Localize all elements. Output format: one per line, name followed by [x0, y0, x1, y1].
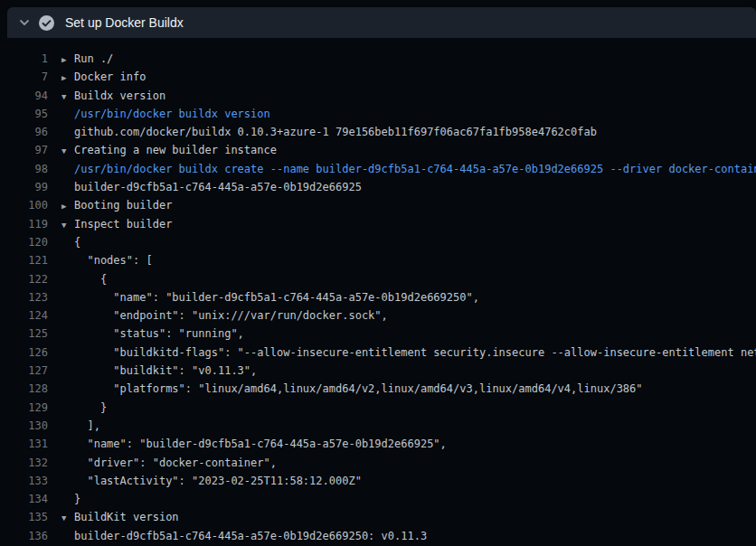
log-output-text: } — [61, 490, 80, 508]
line-number[interactable]: 126 — [0, 344, 48, 362]
log-row: 126 "buildkitd-flags": "--allow-insecure… — [0, 344, 756, 362]
log-row: 121 "nodes": [ — [0, 251, 756, 269]
log-group-title[interactable]: Inspect builder — [74, 218, 172, 231]
log-group-row[interactable]: ▶Booting builder — [61, 196, 172, 214]
line-number[interactable]: 97 — [0, 141, 48, 159]
line-number[interactable]: 131 — [0, 435, 48, 453]
step-header[interactable]: Set up Docker Buildx — [7, 7, 756, 38]
line-number[interactable]: 130 — [0, 417, 48, 435]
step-title: Set up Docker Buildx — [65, 15, 184, 30]
line-number[interactable]: 135 — [0, 508, 48, 526]
log-row: 132 "driver": "docker-container", — [0, 454, 756, 472]
log-row: 1▶Run ./ — [0, 50, 756, 68]
triangle-down-icon[interactable]: ▼ — [61, 509, 74, 526]
log-output-text: "endpoint": "unix:///var/run/docker.sock… — [61, 306, 388, 325]
line-number[interactable]: 95 — [0, 105, 48, 123]
log-output-text: "driver": "docker-container", — [61, 454, 277, 472]
log-row: 122 { — [0, 270, 756, 288]
log-output-text: builder-d9cfb5a1-c764-445a-a57e-0b19d2e6… — [61, 527, 427, 545]
log-row: 97▼Creating a new builder instance — [0, 141, 756, 159]
log-output-text: "platforms": "linux/amd64,linux/amd64/v2… — [61, 380, 643, 398]
log-group-row[interactable]: ▼BuildKit version — [61, 508, 179, 526]
log-command-text: /usr/bin/docker buildx version — [61, 105, 270, 123]
log-group-title[interactable]: Run ./ — [74, 52, 113, 65]
triangle-right-icon[interactable]: ▶ — [61, 51, 74, 68]
log-group-row[interactable]: ▼Creating a new builder instance — [61, 141, 277, 159]
line-number[interactable]: 128 — [0, 380, 48, 398]
line-number[interactable]: 129 — [0, 399, 48, 417]
triangle-down-icon[interactable]: ▼ — [61, 88, 74, 105]
line-number[interactable]: 94 — [0, 87, 48, 105]
line-number[interactable]: 127 — [0, 362, 48, 380]
log-row: 125 "status": "running", — [0, 325, 756, 343]
log-row: 100▶Booting builder — [0, 196, 756, 214]
log-row: 7▶Docker info — [0, 68, 756, 86]
log-output-text: "lastActivity": "2023-02-25T11:58:12.000… — [61, 472, 362, 490]
log-group-title[interactable]: Booting builder — [74, 199, 172, 212]
line-number[interactable]: 98 — [0, 160, 48, 178]
log-row: 123 "name": "builder-d9cfb5a1-c764-445a-… — [0, 288, 756, 306]
log-group-row[interactable]: ▼Inspect builder — [61, 215, 172, 233]
triangle-right-icon[interactable]: ▶ — [61, 197, 74, 214]
log-output-text: ], — [61, 417, 100, 435]
log-output-text: builder-d9cfb5a1-c764-445a-a57e-0b19d2e6… — [61, 178, 362, 196]
check-circle-icon — [39, 15, 54, 31]
line-number[interactable]: 136 — [0, 527, 48, 545]
log-output-text: "status": "running", — [61, 325, 244, 343]
log-group-title[interactable]: Docker info — [74, 71, 146, 83]
log-output-text: "name": "builder-d9cfb5a1-c764-445a-a57e… — [61, 288, 479, 306]
line-number[interactable]: 125 — [0, 325, 48, 343]
triangle-right-icon[interactable]: ▶ — [61, 69, 74, 86]
log-group-title[interactable]: Buildx version — [74, 89, 165, 102]
log-output-text: { — [61, 270, 107, 288]
log-output-text: "buildkit": "v0.11.3", — [61, 362, 257, 380]
line-number[interactable]: 132 — [0, 454, 48, 472]
line-number[interactable]: 120 — [0, 233, 48, 251]
log-row: 129 } — [0, 399, 756, 417]
log-output-text: { — [61, 233, 80, 251]
log-group-title[interactable]: Creating a new builder instance — [74, 144, 277, 156]
log-row: 94▼Buildx version — [0, 87, 756, 105]
triangle-down-icon[interactable]: ▼ — [61, 216, 74, 233]
log-group-row[interactable]: ▼Buildx version — [61, 87, 165, 105]
log-row: 134} — [0, 490, 756, 508]
log-row: 95/usr/bin/docker buildx version — [0, 105, 756, 123]
log-group-row[interactable]: ▶Run ./ — [61, 50, 113, 68]
line-number[interactable]: 133 — [0, 472, 48, 490]
log-row: 130 ], — [0, 417, 756, 435]
line-number[interactable]: 119 — [0, 215, 48, 233]
line-number[interactable]: 134 — [0, 490, 48, 508]
log-output-text: "nodes": [ — [61, 251, 153, 269]
log-group-title[interactable]: BuildKit version — [74, 511, 179, 523]
log-row: 135▼BuildKit version — [0, 508, 756, 526]
triangle-down-icon[interactable]: ▼ — [61, 142, 74, 159]
line-number[interactable]: 121 — [0, 251, 48, 269]
log-group-row[interactable]: ▶Docker info — [61, 68, 146, 86]
line-number[interactable]: 122 — [0, 270, 48, 288]
log-row: 98/usr/bin/docker buildx create --name b… — [0, 160, 756, 178]
log-row: 136builder-d9cfb5a1-c764-445a-a57e-0b19d… — [0, 527, 756, 545]
log-row: 131 "name": "builder-d9cfb5a1-c764-445a-… — [0, 435, 756, 453]
log-output-text: } — [61, 399, 107, 417]
log-output-text: "name": "builder-d9cfb5a1-c764-445a-a57e… — [61, 435, 447, 453]
log-row: 133 "lastActivity": "2023-02-25T11:58:12… — [0, 472, 756, 490]
log-output-text: github.com/docker/buildx 0.10.3+azure-1 … — [61, 123, 597, 141]
line-number[interactable]: 99 — [0, 178, 48, 196]
line-number[interactable]: 124 — [0, 306, 48, 325]
line-number[interactable]: 1 — [0, 50, 48, 68]
line-number[interactable]: 96 — [0, 123, 48, 141]
line-number[interactable]: 7 — [0, 68, 48, 86]
log-output-text: "buildkitd-flags": "--allow-insecure-ent… — [61, 344, 756, 362]
log-row: 99builder-d9cfb5a1-c764-445a-a57e-0b19d2… — [0, 178, 756, 196]
log-row: 120{ — [0, 233, 756, 251]
log-command-text: /usr/bin/docker buildx create --name bui… — [61, 160, 756, 178]
log-row: 124 "endpoint": "unix:///var/run/docker.… — [0, 306, 756, 325]
log-row: 128 "platforms": "linux/amd64,linux/amd6… — [0, 380, 756, 398]
log-row: 96github.com/docker/buildx 0.10.3+azure-… — [0, 123, 756, 141]
log-row: 119▼Inspect builder — [0, 215, 756, 233]
line-number[interactable]: 100 — [0, 196, 48, 214]
line-number[interactable]: 123 — [0, 288, 48, 306]
chevron-down-icon[interactable] — [14, 12, 35, 33]
log-row: 127 "buildkit": "v0.11.3", — [0, 362, 756, 380]
log-area: 1▶Run ./7▶Docker info94▼Buildx version95… — [0, 38, 756, 546]
